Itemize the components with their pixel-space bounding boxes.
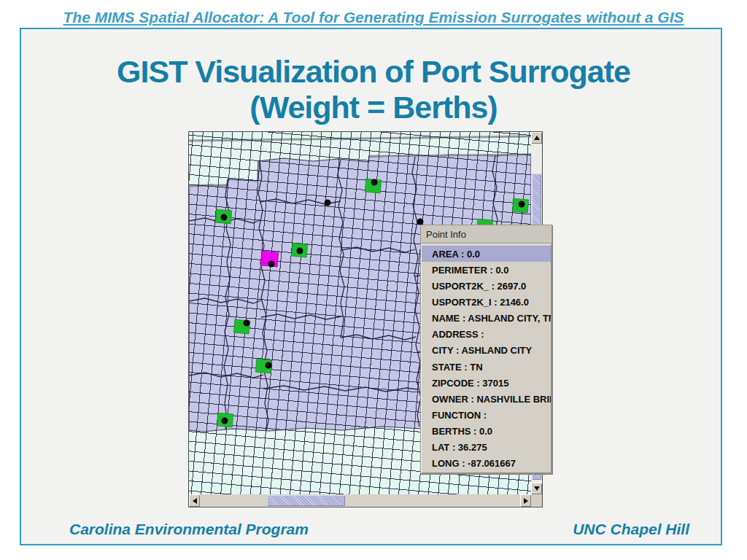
port-point-marker[interactable] <box>325 200 331 206</box>
point-info-row[interactable]: USPORT2K_I : 2146.0 <box>422 294 551 310</box>
point-info-row-text: NAME : ASHLAND CITY, TN <box>432 313 551 324</box>
slide-page: The MIMS Spatial Allocator: A Tool for G… <box>0 0 747 560</box>
point-info-row[interactable]: FUNCTION : <box>422 407 551 423</box>
footer-left-text: Carolina Environmental Program <box>69 521 309 538</box>
scroll-right-button[interactable] <box>520 494 531 507</box>
horizontal-scrollbar[interactable] <box>189 494 531 507</box>
point-info-row-text: BERTHS : 0.0 <box>432 426 492 437</box>
port-point-marker[interactable] <box>519 201 525 208</box>
point-info-row[interactable]: LONG : -87.061667 <box>422 456 551 472</box>
slide-footer: Carolina Environmental Program UNC Chape… <box>20 521 722 538</box>
scroll-up-button[interactable] <box>531 132 542 144</box>
port-point-marker[interactable] <box>222 418 228 424</box>
point-info-row-text: LAT : 36.275 <box>432 442 487 453</box>
footer-right-text: UNC Chapel Hill <box>573 521 689 538</box>
scroll-up-icon <box>534 136 540 140</box>
point-info-row-text: CITY : ASHLAND CITY <box>432 345 532 356</box>
point-info-row[interactable]: AREA : 0.0 <box>422 246 551 262</box>
point-info-row-text: LONG : -87.061667 <box>432 458 516 469</box>
slide-header: The MIMS Spatial Allocator: A Tool for G… <box>0 9 747 26</box>
page-title-line2: (Weight = Berths) <box>0 90 747 125</box>
port-point-marker[interactable] <box>371 179 378 186</box>
point-info-row[interactable]: PERIMETER : 0.0 <box>422 262 551 278</box>
point-info-row-text: ZIPCODE : 37015 <box>432 378 509 389</box>
point-info-title: Point Info <box>421 225 551 244</box>
port-point-marker[interactable] <box>244 320 250 327</box>
point-info-row-text: ADDRESS : <box>432 329 484 340</box>
point-info-row-text: USPORT2K_ : 2697.0 <box>432 281 526 292</box>
horizontal-scrollbar-thumb[interactable] <box>267 495 345 506</box>
point-info-rows: AREA : 0.0 PERIMETER : 0.0 USPORT2K_ : 2… <box>422 246 551 472</box>
point-info-row-text: AREA : 0.0 <box>432 249 480 260</box>
point-info-row-text: OWNER : NASHVILLE BRID <box>432 394 551 405</box>
port-point-marker[interactable] <box>221 214 228 221</box>
point-info-row[interactable]: NAME : ASHLAND CITY, TN <box>422 311 551 327</box>
point-info-row[interactable]: ADDRESS : <box>422 327 551 343</box>
point-info-row[interactable]: CITY : ASHLAND CITY <box>422 343 551 359</box>
scroll-left-button[interactable] <box>189 494 200 507</box>
point-info-row[interactable]: LAT : 36.275 <box>422 440 551 456</box>
point-info-row-text: USPORT2K_I : 2146.0 <box>432 297 529 308</box>
scrollbar-corner <box>531 494 542 507</box>
page-title: GIST Visualization of Port Surrogate (We… <box>0 54 747 125</box>
point-info-row[interactable]: USPORT2K_ : 2697.0 <box>422 278 551 294</box>
point-info-row-text: PERIMETER : 0.0 <box>432 265 508 276</box>
page-title-line1: GIST Visualization of Port Surrogate <box>0 54 747 90</box>
port-point-marker[interactable] <box>266 362 272 369</box>
point-info-row[interactable]: STATE : TN <box>422 359 551 375</box>
point-info-panel: Point Info AREA : 0.0 PERIMETER : 0.0 US… <box>420 225 552 474</box>
port-point-marker[interactable] <box>297 248 303 254</box>
point-info-row[interactable]: ZIPCODE : 37015 <box>422 375 551 391</box>
point-info-row-text: FUNCTION : <box>432 410 487 421</box>
scroll-right-icon <box>524 498 528 504</box>
point-info-row[interactable]: OWNER : NASHVILLE BRID <box>422 391 551 407</box>
scroll-left-icon <box>193 498 197 504</box>
scroll-down-button[interactable] <box>531 483 542 494</box>
point-info-row-text: STATE : TN <box>432 362 483 373</box>
scroll-down-icon <box>534 486 540 491</box>
point-info-row[interactable]: BERTHS : 0.0 <box>422 424 551 440</box>
port-point-marker[interactable] <box>268 261 275 268</box>
